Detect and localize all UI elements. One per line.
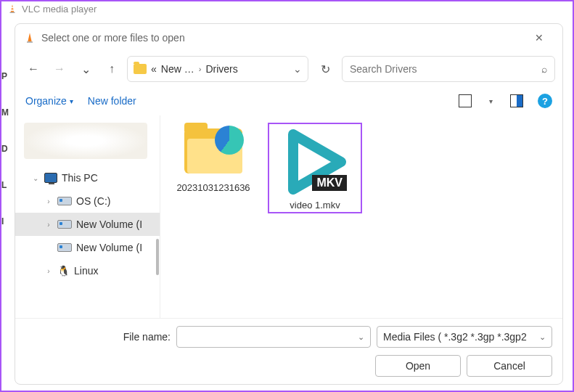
breadcrumb[interactable]: « New … › Drivers ⌄	[127, 56, 308, 82]
help-button[interactable]: ?	[538, 94, 552, 108]
chevron-down-icon: ▾	[70, 97, 73, 105]
navigation-sidebar: ⌄ This PC › OS (C:) › New Volume (I ›	[15, 115, 160, 318]
back-button[interactable]: ←	[22, 57, 44, 81]
sidebar-label: New Volume (I	[76, 219, 142, 230]
filename-input[interactable]: ⌄	[176, 326, 371, 348]
file-label: video 1.mkv	[271, 200, 359, 211]
sidebar-label: Linux	[74, 265, 98, 277]
sidebar-item-drive[interactable]: › New Volume (I	[15, 213, 160, 236]
window-title: VLC media player	[22, 4, 97, 15]
svg-rect-2	[11, 9, 15, 11]
view-dropdown[interactable]: ▾	[486, 97, 496, 105]
open-button[interactable]: Open	[375, 355, 461, 377]
drive-icon	[57, 220, 72, 229]
breadcrumb-part[interactable]: Drivers	[205, 63, 237, 75]
search-input[interactable]	[350, 63, 541, 75]
chevron-right-icon[interactable]: ›	[44, 197, 53, 205]
breadcrumb-prefix: «	[151, 63, 157, 75]
up-button[interactable]: ↑	[101, 57, 123, 81]
filetype-filter[interactable]: Media Files ( *.3g2 *.3gp *.3gp2 ⌄	[377, 326, 552, 348]
linux-icon: 🐧	[57, 265, 70, 277]
video-icon: MKV	[279, 126, 351, 198]
file-dialog: Select one or more files to open ✕ ← → ⌄…	[15, 23, 563, 385]
filename-label: File name:	[25, 331, 171, 343]
svg-rect-0	[10, 12, 15, 13]
drive-icon	[57, 197, 72, 205]
chevron-down-icon[interactable]: ⌄	[31, 174, 40, 182]
sidebar-label: New Volume (I	[76, 242, 142, 253]
sidebar-item-drive[interactable]: › New Volume (I	[15, 236, 160, 259]
edge-icon	[215, 126, 244, 155]
mkv-badge: MKV	[312, 175, 347, 191]
file-item-video[interactable]: MKV video 1.mkv	[268, 123, 362, 213]
preview-pane-icon[interactable]	[510, 94, 523, 107]
left-edge-labels: PMDLI	[1, 45, 9, 253]
search-box[interactable]: ⌕	[342, 56, 555, 82]
forward-button[interactable]: →	[49, 57, 70, 81]
file-label: 20231031231636	[166, 182, 261, 193]
chevron-down-icon[interactable]: ⌄	[293, 63, 302, 75]
content-area: ⌄ This PC › OS (C:) › New Volume (I ›	[15, 115, 562, 318]
svg-rect-3	[27, 41, 33, 42]
chevron-right-icon[interactable]: ›	[44, 267, 53, 275]
vlc-titlebar: VLC media player	[1, 1, 573, 16]
file-list[interactable]: 20231031231636 MKV video 1.mkv	[160, 115, 562, 318]
drive-icon	[57, 243, 72, 252]
dialog-titlebar: Select one or more files to open ✕	[15, 24, 562, 52]
filter-text: Media Files ( *.3g2 *.3gp *.3gp2	[383, 331, 527, 343]
bottom-bar: File name: ⌄ Media Files ( *.3g2 *.3gp *…	[15, 318, 562, 384]
recent-dropdown[interactable]: ⌄	[75, 57, 97, 81]
sidebar-item-thispc[interactable]: ⌄ This PC	[15, 166, 160, 189]
vlc-cone-icon	[24, 32, 36, 44]
view-mode-icon[interactable]	[459, 94, 472, 107]
organize-menu[interactable]: Organize▾	[25, 95, 73, 107]
search-icon[interactable]: ⌕	[541, 63, 547, 75]
chevron-down-icon[interactable]: ⌄	[352, 332, 370, 342]
sidebar-label: This PC	[62, 172, 98, 184]
quick-access-thumb[interactable]	[24, 123, 147, 159]
sidebar-scrollbar[interactable]	[156, 239, 159, 275]
breadcrumb-part[interactable]: New …	[161, 63, 194, 75]
refresh-button[interactable]: ↻	[313, 56, 337, 82]
chevron-right-icon: ›	[199, 65, 202, 73]
file-item-folder[interactable]: 20231031231636	[166, 123, 261, 193]
pc-icon	[44, 173, 57, 183]
folder-icon	[179, 123, 248, 181]
chevron-right-icon[interactable]: ›	[44, 221, 53, 229]
sidebar-item-linux[interactable]: › 🐧 Linux	[15, 259, 160, 282]
command-toolbar: Organize▾ New folder ▾ ?	[15, 86, 562, 115]
new-folder-button[interactable]: New folder	[88, 95, 136, 107]
sidebar-label: OS (C:)	[76, 195, 110, 207]
close-button[interactable]: ✕	[525, 27, 554, 49]
cancel-button[interactable]: Cancel	[467, 355, 552, 377]
sidebar-item-drive[interactable]: › OS (C:)	[15, 189, 160, 213]
vlc-cone-icon	[7, 4, 17, 14]
svg-rect-1	[11, 7, 14, 9]
nav-toolbar: ← → ⌄ ↑ « New … › Drivers ⌄ ↻ ⌕	[15, 52, 562, 86]
folder-icon	[134, 64, 147, 74]
chevron-down-icon: ⌄	[81, 62, 91, 76]
dialog-title: Select one or more files to open	[41, 32, 185, 44]
chevron-down-icon: ⌄	[539, 332, 546, 342]
